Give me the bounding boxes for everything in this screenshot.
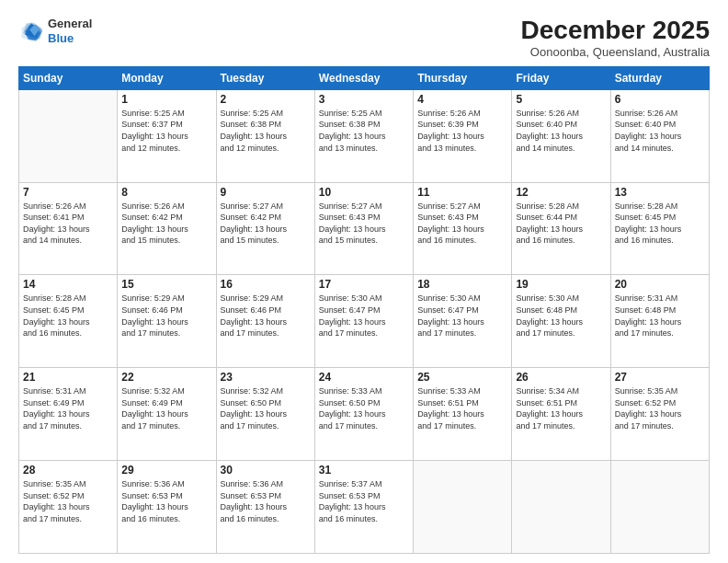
day-number: 29 [121,464,211,477]
calendar-cell: 2Sunrise: 5:25 AM Sunset: 6:38 PM Daylig… [216,89,314,182]
cell-sun-info: Sunrise: 5:26 AM Sunset: 6:39 PM Dayligh… [417,108,507,154]
title-block: December 2025 Oonoonba, Queensland, Aust… [521,17,710,59]
calendar-cell: 26Sunrise: 5:34 AM Sunset: 6:51 PM Dayli… [512,368,610,461]
location-subtitle: Oonoonba, Queensland, Australia [521,45,710,59]
day-number: 15 [121,278,211,291]
calendar-cell: 9Sunrise: 5:27 AM Sunset: 6:42 PM Daylig… [216,182,314,275]
calendar-cell: 11Sunrise: 5:27 AM Sunset: 6:43 PM Dayli… [414,182,512,275]
logo: General Blue [18,17,92,45]
cell-sun-info: Sunrise: 5:26 AM Sunset: 6:40 PM Dayligh… [615,108,705,154]
calendar-cell: 20Sunrise: 5:31 AM Sunset: 6:48 PM Dayli… [610,275,709,368]
day-number: 26 [516,371,606,384]
weekday-header-wednesday: Wednesday [314,66,413,89]
cell-sun-info: Sunrise: 5:36 AM Sunset: 6:53 PM Dayligh… [221,478,311,524]
weekday-header-friday: Friday [512,66,610,89]
day-number: 19 [516,278,606,291]
calendar-cell: 1Sunrise: 5:25 AM Sunset: 6:37 PM Daylig… [118,89,216,182]
cell-sun-info: Sunrise: 5:32 AM Sunset: 6:49 PM Dayligh… [121,385,211,431]
calendar-cell: 16Sunrise: 5:29 AM Sunset: 6:46 PM Dayli… [216,275,314,368]
weekday-header-row: SundayMondayTuesdayWednesdayThursdayFrid… [19,66,710,89]
calendar-cell: 13Sunrise: 5:28 AM Sunset: 6:45 PM Dayli… [610,182,709,275]
calendar-cell: 30Sunrise: 5:36 AM Sunset: 6:53 PM Dayli… [216,461,314,554]
calendar-cell: 6Sunrise: 5:26 AM Sunset: 6:40 PM Daylig… [610,89,709,182]
day-number: 8 [121,186,211,199]
calendar-cell: 28Sunrise: 5:35 AM Sunset: 6:52 PM Dayli… [19,461,118,554]
day-number: 20 [615,278,705,291]
cell-sun-info: Sunrise: 5:25 AM Sunset: 6:38 PM Dayligh… [221,108,311,154]
cell-sun-info: Sunrise: 5:31 AM Sunset: 6:49 PM Dayligh… [23,385,113,431]
logo-text-general: General [48,17,92,31]
day-number: 21 [23,371,113,384]
cell-sun-info: Sunrise: 5:36 AM Sunset: 6:53 PM Dayligh… [121,478,211,524]
page: General Blue December 2025 Oonoonba, Que… [0,0,728,563]
cell-sun-info: Sunrise: 5:34 AM Sunset: 6:51 PM Dayligh… [516,385,606,431]
weekday-header-sunday: Sunday [19,66,118,89]
cell-sun-info: Sunrise: 5:27 AM Sunset: 6:43 PM Dayligh… [319,201,409,247]
calendar-cell: 27Sunrise: 5:35 AM Sunset: 6:52 PM Dayli… [610,368,709,461]
day-number: 24 [319,371,409,384]
day-number: 6 [615,93,705,106]
calendar-week-3: 14Sunrise: 5:28 AM Sunset: 6:45 PM Dayli… [19,275,710,368]
day-number: 18 [417,278,507,291]
cell-sun-info: Sunrise: 5:28 AM Sunset: 6:45 PM Dayligh… [615,201,705,247]
calendar-week-1: 1Sunrise: 5:25 AM Sunset: 6:37 PM Daylig… [19,89,710,182]
weekday-header-saturday: Saturday [610,66,709,89]
weekday-header-thursday: Thursday [414,66,512,89]
calendar-cell: 31Sunrise: 5:37 AM Sunset: 6:53 PM Dayli… [314,461,413,554]
calendar-cell: 22Sunrise: 5:32 AM Sunset: 6:49 PM Dayli… [118,368,216,461]
day-number: 31 [319,464,409,477]
calendar-cell: 18Sunrise: 5:30 AM Sunset: 6:47 PM Dayli… [414,275,512,368]
calendar-cell: 23Sunrise: 5:32 AM Sunset: 6:50 PM Dayli… [216,368,314,461]
calendar-cell [610,461,709,554]
day-number: 5 [516,93,606,106]
day-number: 10 [319,186,409,199]
logo-text-blue: Blue [48,31,92,46]
day-number: 16 [221,278,311,291]
calendar-cell: 12Sunrise: 5:28 AM Sunset: 6:44 PM Dayli… [512,182,610,275]
day-number: 12 [516,186,606,199]
calendar-week-5: 28Sunrise: 5:35 AM Sunset: 6:52 PM Dayli… [19,461,710,554]
day-number: 22 [121,371,211,384]
cell-sun-info: Sunrise: 5:29 AM Sunset: 6:46 PM Dayligh… [121,293,211,339]
day-number: 4 [417,93,507,106]
calendar-cell: 29Sunrise: 5:36 AM Sunset: 6:53 PM Dayli… [118,461,216,554]
calendar-cell: 21Sunrise: 5:31 AM Sunset: 6:49 PM Dayli… [19,368,118,461]
calendar-cell: 3Sunrise: 5:25 AM Sunset: 6:38 PM Daylig… [314,89,413,182]
calendar-cell: 7Sunrise: 5:26 AM Sunset: 6:41 PM Daylig… [19,182,118,275]
cell-sun-info: Sunrise: 5:30 AM Sunset: 6:47 PM Dayligh… [319,293,409,339]
calendar-cell [512,461,610,554]
day-number: 14 [23,278,113,291]
calendar-cell: 24Sunrise: 5:33 AM Sunset: 6:50 PM Dayli… [314,368,413,461]
month-title: December 2025 [521,17,710,45]
day-number: 23 [221,371,311,384]
cell-sun-info: Sunrise: 5:32 AM Sunset: 6:50 PM Dayligh… [221,385,311,431]
cell-sun-info: Sunrise: 5:25 AM Sunset: 6:38 PM Dayligh… [319,108,409,154]
cell-sun-info: Sunrise: 5:28 AM Sunset: 6:45 PM Dayligh… [23,293,113,339]
cell-sun-info: Sunrise: 5:35 AM Sunset: 6:52 PM Dayligh… [615,385,705,431]
cell-sun-info: Sunrise: 5:30 AM Sunset: 6:47 PM Dayligh… [417,293,507,339]
calendar-week-4: 21Sunrise: 5:31 AM Sunset: 6:49 PM Dayli… [19,368,710,461]
calendar-cell: 19Sunrise: 5:30 AM Sunset: 6:48 PM Dayli… [512,275,610,368]
calendar-cell: 4Sunrise: 5:26 AM Sunset: 6:39 PM Daylig… [414,89,512,182]
cell-sun-info: Sunrise: 5:30 AM Sunset: 6:48 PM Dayligh… [516,293,606,339]
day-number: 9 [221,186,311,199]
day-number: 28 [23,464,113,477]
calendar-cell [414,461,512,554]
day-number: 7 [23,186,113,199]
calendar-cell: 5Sunrise: 5:26 AM Sunset: 6:40 PM Daylig… [512,89,610,182]
cell-sun-info: Sunrise: 5:27 AM Sunset: 6:42 PM Dayligh… [221,201,311,247]
calendar-cell [19,89,118,182]
day-number: 2 [221,93,311,106]
calendar-cell: 14Sunrise: 5:28 AM Sunset: 6:45 PM Dayli… [19,275,118,368]
day-number: 27 [615,371,705,384]
cell-sun-info: Sunrise: 5:35 AM Sunset: 6:52 PM Dayligh… [23,478,113,524]
day-number: 30 [221,464,311,477]
cell-sun-info: Sunrise: 5:26 AM Sunset: 6:42 PM Dayligh… [121,201,211,247]
calendar-cell: 10Sunrise: 5:27 AM Sunset: 6:43 PM Dayli… [314,182,413,275]
calendar-table: SundayMondayTuesdayWednesdayThursdayFrid… [18,66,710,554]
calendar-cell: 25Sunrise: 5:33 AM Sunset: 6:51 PM Dayli… [414,368,512,461]
calendar-cell: 8Sunrise: 5:26 AM Sunset: 6:42 PM Daylig… [118,182,216,275]
calendar-week-2: 7Sunrise: 5:26 AM Sunset: 6:41 PM Daylig… [19,182,710,275]
day-number: 13 [615,186,705,199]
cell-sun-info: Sunrise: 5:27 AM Sunset: 6:43 PM Dayligh… [417,201,507,247]
